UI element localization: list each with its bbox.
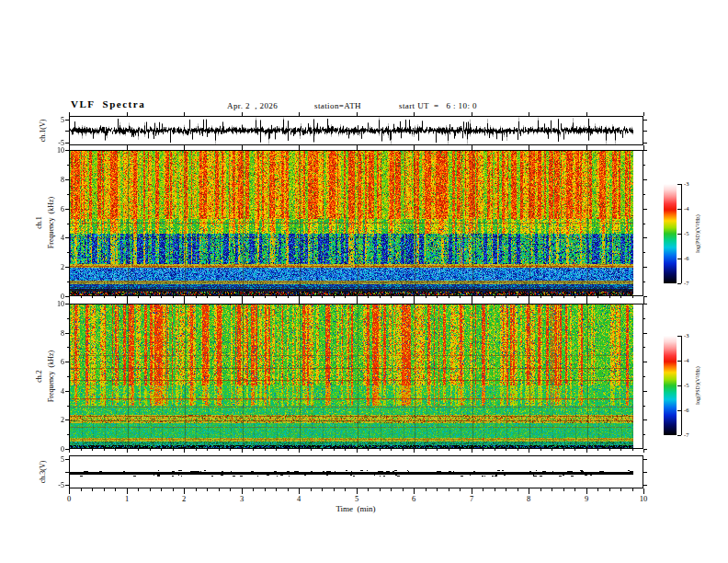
axis-tick [65,131,69,132]
axis-tick [403,296,404,298]
axis-tick [265,296,266,298]
axis-tick [65,150,69,151]
axis-tick [643,252,645,253]
colorbar-tick-label: -3 [684,180,688,188]
axis-tick [207,488,208,491]
axis-tick [311,488,312,491]
x-tick-label: 1 [116,494,138,503]
axis-tick [138,488,139,491]
colorbar-ch2-label: log(PSD)(V²/Hz) [695,366,700,404]
x-tick-label: 0 [58,494,80,503]
axis-tick [620,488,621,491]
y-tick-label: 4 [44,387,64,396]
axis-tick [334,296,335,298]
axis-tick [104,488,105,491]
axis-tick [643,472,647,473]
axis-tick [643,282,645,282]
axis-tick [65,449,69,450]
axis-tick [574,449,575,451]
axis-tick [92,488,93,491]
axis-tick [276,296,277,298]
axis-tick [586,449,587,453]
axis-tick [219,449,220,451]
axis-tick [65,391,69,392]
axis-tick [65,143,69,144]
axis-tick [552,488,552,491]
colorbar-ch2 [664,336,677,435]
axis-tick [460,296,461,298]
axis-tick [643,267,647,268]
axis-tick [403,488,404,491]
axis-tick [472,300,472,304]
axis-tick [643,112,644,116]
axis-tick [506,449,506,451]
axis-tick [643,347,645,348]
axis-tick [632,296,633,298]
axis-tick [161,296,162,298]
axis-tick [460,488,461,491]
axis-tick [677,361,681,362]
axis-tick [127,146,128,150]
date-label: Apr. 2 , 2026 [227,101,278,110]
y-tick-label: 2 [44,416,64,424]
axis-tick [529,300,529,304]
axis-tick [483,296,483,298]
axis-tick [184,300,185,304]
axis-tick [643,434,645,435]
axis-tick [643,419,647,420]
axis-tick [643,237,647,238]
colorbar-tick-label: -6 [684,407,688,414]
axis-tick [67,347,69,348]
waveform-panel-ch3 [69,455,643,488]
axis-tick [529,112,529,116]
axis-tick [65,237,69,238]
axis-tick [150,449,151,451]
x-tick-label: 2 [173,494,195,503]
colorbar-tick-label: -4 [684,357,688,364]
y-tick-label: 8 [44,329,64,338]
axis-tick [449,488,449,491]
axis-tick [414,146,415,150]
axis-tick [368,296,369,298]
axis-tick [677,259,681,259]
axis-tick [196,296,197,298]
axis-tick [368,488,369,491]
axis-tick [495,488,495,491]
axis-tick [67,165,69,166]
colorbar-tick-label: -5 [684,382,688,389]
axis-tick [368,449,369,451]
axis-tick [391,449,392,451]
axis-tick [322,296,323,298]
axis-tick [620,449,621,451]
axis-tick [299,112,300,116]
axis-tick [518,296,518,298]
axis-tick [92,449,93,451]
axis-tick [483,488,483,491]
axis-tick [677,184,681,185]
y-tick-label: 6 [44,205,64,213]
axis-tick [276,449,277,451]
x-tick-label: 8 [518,494,540,503]
axis-tick [643,391,647,392]
x-tick-label: 4 [288,494,310,503]
axis-tick [426,488,427,491]
axis-tick [449,296,449,298]
waveform-panel-ch1 [69,116,643,145]
axis-tick [643,165,645,166]
axis-tick [677,385,681,386]
axis-tick [253,296,254,298]
axis-tick [65,485,69,486]
axis-tick [437,296,438,298]
axis-tick [426,449,427,451]
axis-tick [357,300,358,304]
axis-tick [677,435,681,436]
axis-tick [518,449,518,451]
axis-tick [65,472,69,473]
axis-tick [681,336,682,435]
axis-tick [265,449,266,451]
axis-tick [574,488,575,491]
axis-tick [403,449,404,451]
colorbar-tick-label: -7 [684,280,688,287]
axis-tick [207,296,208,298]
axis-tick [65,296,69,297]
